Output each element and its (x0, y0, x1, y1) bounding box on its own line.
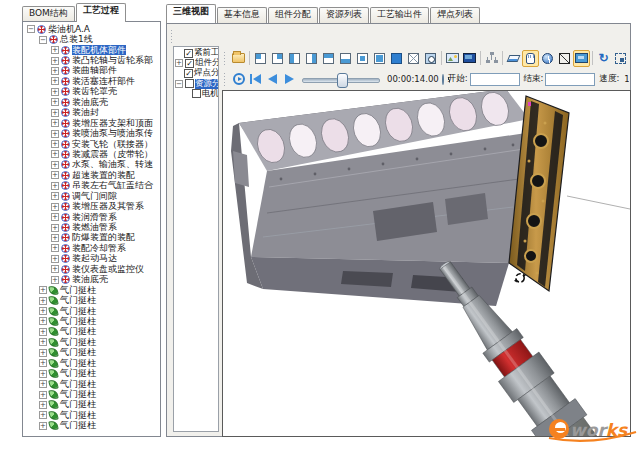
rotate-view-button[interactable]: ↻ (595, 50, 612, 67)
tree-item[interactable]: +防爆装置的装配 (23, 233, 160, 243)
tree-item[interactable]: +气门挺柱 (23, 285, 160, 295)
expand-icon[interactable]: + (39, 422, 47, 430)
expand-icon[interactable]: + (39, 297, 47, 305)
tree-item[interactable]: +气门挺柱 (23, 379, 160, 389)
eraser-button[interactable] (505, 50, 522, 67)
screen-view-button[interactable] (461, 50, 478, 67)
expand-icon[interactable]: + (51, 161, 59, 169)
right-tab-4[interactable]: 工艺输出件 (370, 7, 429, 23)
expand-icon[interactable]: + (51, 98, 59, 106)
tree-item[interactable]: −总装1线 (23, 34, 160, 44)
select-hand-button[interactable] (522, 50, 539, 67)
bounding-box-button[interactable] (556, 50, 573, 67)
expand-icon[interactable]: + (39, 359, 47, 367)
layer-checkbox[interactable] (185, 79, 194, 88)
expand-icon[interactable]: + (51, 130, 59, 138)
animation-time-button[interactable] (539, 50, 556, 67)
expand-icon[interactable]: + (51, 57, 59, 65)
expand-icon[interactable]: + (39, 317, 47, 325)
view-right-button[interactable] (303, 50, 320, 67)
monitor-view-button[interactable] (573, 50, 590, 67)
tree-item[interactable]: +装燃油管系 (23, 222, 160, 232)
wireframe-cube-button[interactable] (405, 50, 422, 67)
toolbar-gripper[interactable] (223, 51, 227, 65)
tree-item[interactable]: +安装飞轮（联接器） (23, 139, 160, 149)
expand-icon[interactable]: + (51, 150, 59, 158)
play-reverse-button[interactable] (264, 71, 281, 88)
tree-item[interactable]: +气门挺柱 (23, 306, 160, 316)
expand-icon[interactable]: + (51, 276, 59, 284)
expand-icon[interactable]: + (39, 391, 47, 399)
expand-icon[interactable]: + (51, 46, 59, 54)
tree-item[interactable]: +装凸轮轴与齿轮系部 (23, 55, 160, 65)
tree-item[interactable]: +气门挺柱 (23, 410, 160, 420)
collapse-icon[interactable]: − (27, 25, 35, 33)
tree-item[interactable]: +装配冷却管系 (23, 243, 160, 253)
tree-item[interactable]: +装喷油泵与喷油泵传 (23, 128, 160, 138)
tree-item[interactable]: +装增压器及其管系 (23, 201, 160, 211)
expand-icon[interactable]: + (51, 255, 59, 263)
tree-item[interactable]: +气门挺柱 (23, 400, 160, 410)
slider-thumb[interactable] (337, 73, 348, 88)
view-bottom-button[interactable] (337, 50, 354, 67)
expand-icon[interactable]: + (51, 234, 59, 242)
zoom-select-button[interactable] (612, 50, 629, 67)
tree-item[interactable]: +装增压器支架和顶面 (23, 118, 160, 128)
three-d-viewport[interactable] (222, 90, 631, 437)
layer-item[interactable]: ✓焊点分 (174, 68, 218, 78)
tree-item[interactable]: +装润滑管系 (23, 212, 160, 222)
tree-item[interactable]: +吊装左右气缸盖结合 (23, 181, 160, 191)
layer-item[interactable]: 电机 (174, 89, 218, 99)
tree-item[interactable]: −柴油机A.A (23, 24, 160, 34)
tree-item[interactable]: +调气门间隙 (23, 191, 160, 201)
left-tab-1[interactable]: 工艺过程 (76, 3, 126, 22)
expand-icon[interactable]: + (39, 401, 47, 409)
collapse-icon[interactable]: − (175, 80, 183, 88)
expand-icon[interactable]: + (51, 224, 59, 232)
expand-icon[interactable]: + (39, 380, 47, 388)
tree-item[interactable]: +装齿轮罩壳 (23, 87, 160, 97)
tree-item[interactable]: +超速装置的装配 (23, 170, 160, 180)
expand-icon[interactable]: + (51, 182, 59, 190)
left-tab-0[interactable]: BOM结构 (22, 6, 75, 22)
expand-icon[interactable]: + (51, 244, 59, 252)
start-time-input[interactable] (470, 73, 520, 86)
right-tab-3[interactable]: 资源列表 (319, 7, 369, 23)
right-tab-0[interactable]: 三维视图 (166, 4, 216, 23)
expand-icon[interactable]: + (39, 338, 47, 346)
expand-icon[interactable]: + (39, 370, 47, 378)
tree-item[interactable]: +装油封 (23, 108, 160, 118)
expand-icon[interactable]: + (51, 109, 59, 117)
play-forward-button[interactable] (281, 71, 298, 88)
expand-icon[interactable]: + (51, 77, 59, 85)
process-tree-panel[interactable]: −柴油机A.A−总装1线+装配机体部件+装凸轮轴与齿轮系部+装曲轴部件+装活塞连… (22, 21, 161, 437)
expand-icon[interactable]: + (51, 265, 59, 273)
expand-icon[interactable]: + (51, 171, 59, 179)
skip-to-start-button[interactable] (247, 71, 264, 88)
tree-item[interactable]: +气门挺柱 (23, 316, 160, 326)
expand-icon[interactable]: + (39, 328, 47, 336)
view-back-button[interactable] (269, 50, 286, 67)
tree-item[interactable]: +水泵、输油泵、转速 (23, 160, 160, 170)
tree-item[interactable]: +装仪表盘或监控仪 (23, 264, 160, 274)
panel-gripper[interactable] (170, 29, 174, 45)
structure-tree-button[interactable] (483, 50, 500, 67)
layer-item[interactable]: ✓紧前工 (174, 48, 218, 58)
tree-item[interactable]: +装活塞连杆部件 (23, 76, 160, 86)
tree-item[interactable]: +装曲轴部件 (23, 66, 160, 76)
zoom-window-button[interactable] (422, 50, 439, 67)
layer-checkbox[interactable]: ✓ (184, 69, 193, 78)
expand-icon[interactable]: + (39, 411, 47, 419)
timeline-slider[interactable] (302, 72, 380, 87)
tree-item[interactable]: +气门挺柱 (23, 358, 160, 368)
expand-icon[interactable]: + (51, 213, 59, 221)
expand-icon[interactable]: + (51, 88, 59, 96)
replay-button[interactable] (230, 71, 247, 88)
right-tab-1[interactable]: 基本信息 (217, 7, 267, 23)
expand-icon[interactable]: + (51, 67, 59, 75)
right-tab-5[interactable]: 焊点列表 (430, 7, 480, 23)
display-layers-tree[interactable]: ✓紧前工+✓组件分✓焊点分−资源分电机 (173, 46, 219, 432)
tree-item[interactable]: +装油底壳 (23, 97, 160, 107)
layer-checkbox[interactable]: ✓ (184, 49, 193, 58)
view-dimetric-button[interactable] (371, 50, 388, 67)
